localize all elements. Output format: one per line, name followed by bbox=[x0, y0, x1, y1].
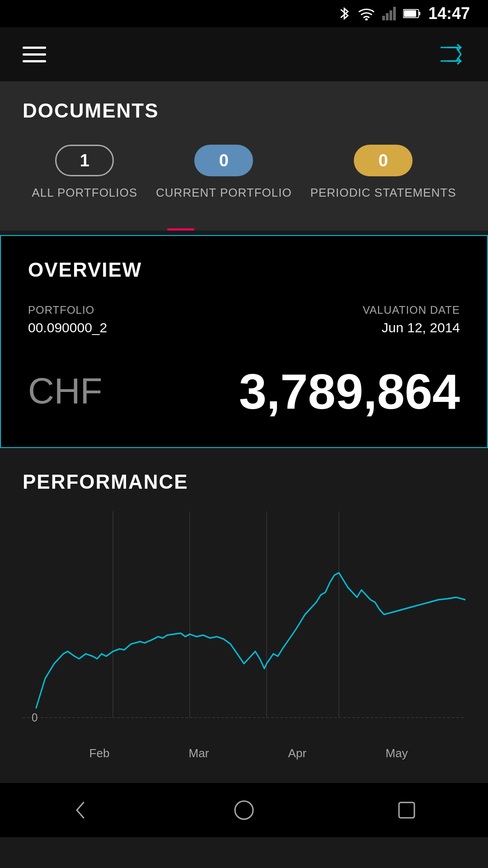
x-label-apr: Apr bbox=[288, 746, 306, 760]
performance-chart: 0 bbox=[23, 511, 465, 737]
active-indicator bbox=[0, 228, 488, 231]
battery-icon bbox=[403, 8, 421, 19]
valuation-date-value: Jun 12, 2014 bbox=[363, 320, 460, 335]
wifi-icon bbox=[358, 7, 375, 20]
overview-section: OVERVIEW PORTFOLIO 00.090000_2 VALUATION… bbox=[0, 235, 488, 448]
signal-icon bbox=[382, 7, 396, 20]
status-icons: 14:47 bbox=[338, 4, 470, 23]
valuation-date-label: VALUATION DATE bbox=[363, 304, 460, 316]
back-button[interactable] bbox=[63, 792, 99, 828]
svg-point-14 bbox=[235, 801, 253, 819]
performance-title: PERFORMANCE bbox=[23, 471, 465, 493]
svg-rect-3 bbox=[389, 10, 392, 20]
current-portfolio-label: CURRENT PORTFOLIO bbox=[156, 185, 292, 201]
overview-title: OVERVIEW bbox=[28, 259, 460, 281]
overview-meta: PORTFOLIO 00.090000_2 VALUATION DATE Jun… bbox=[28, 304, 460, 335]
recents-button[interactable] bbox=[389, 792, 425, 828]
portfolio-id: 00.090000_2 bbox=[28, 320, 107, 335]
chart-x-labels: Feb Mar Apr May bbox=[23, 737, 465, 760]
svg-rect-4 bbox=[393, 7, 396, 20]
hamburger-line-2 bbox=[23, 53, 46, 56]
svg-point-0 bbox=[365, 18, 368, 20]
x-label-feb: Feb bbox=[89, 746, 110, 760]
svg-rect-2 bbox=[386, 13, 389, 20]
current-portfolio-badge[interactable]: 0 bbox=[194, 145, 253, 176]
svg-rect-15 bbox=[399, 802, 414, 818]
periodic-statements-badge[interactable]: 0 bbox=[354, 145, 413, 176]
top-nav bbox=[0, 27, 488, 81]
all-portfolios-badge[interactable]: 1 bbox=[55, 145, 114, 176]
current-portfolio-item[interactable]: 0 CURRENT PORTFOLIO bbox=[156, 145, 292, 201]
hamburger-menu-button[interactable] bbox=[23, 47, 46, 62]
svg-text:0: 0 bbox=[32, 711, 38, 724]
valuation-info: VALUATION DATE Jun 12, 2014 bbox=[363, 304, 460, 335]
periodic-statements-item[interactable]: 0 PERIODIC STATEMENTS bbox=[310, 145, 456, 201]
status-bar: 14:47 bbox=[0, 0, 488, 27]
documents-title: DOCUMENTS bbox=[23, 99, 465, 122]
svg-rect-6 bbox=[418, 12, 420, 15]
x-label-mar: Mar bbox=[189, 746, 209, 760]
x-label-may: May bbox=[385, 746, 408, 760]
all-portfolios-label: ALL PORTFOLIOS bbox=[32, 185, 137, 201]
portfolio-value-row: CHF 3,789,864 bbox=[28, 363, 460, 420]
shuffle-button[interactable] bbox=[438, 43, 465, 66]
home-button[interactable] bbox=[226, 792, 262, 828]
hamburger-line-3 bbox=[23, 60, 46, 62]
documents-section: DOCUMENTS 1 ALL PORTFOLIOS 0 CURRENT POR… bbox=[0, 81, 488, 228]
portfolio-label: PORTFOLIO bbox=[28, 304, 107, 316]
bottom-nav bbox=[0, 783, 488, 837]
currency-label: CHF bbox=[28, 370, 102, 412]
svg-rect-1 bbox=[382, 16, 385, 20]
status-time: 14:47 bbox=[428, 4, 470, 23]
all-portfolios-item[interactable]: 1 ALL PORTFOLIOS bbox=[32, 145, 137, 201]
hamburger-line-1 bbox=[23, 47, 46, 49]
periodic-statements-label: PERIODIC STATEMENTS bbox=[310, 185, 456, 201]
portfolio-info: PORTFOLIO 00.090000_2 bbox=[28, 304, 107, 335]
bluetooth-icon bbox=[338, 5, 351, 22]
performance-section: PERFORMANCE 0 Feb Mar Apr May bbox=[0, 453, 488, 783]
svg-rect-7 bbox=[404, 10, 416, 17]
documents-buttons: 1 ALL PORTFOLIOS 0 CURRENT PORTFOLIO 0 P… bbox=[23, 145, 465, 201]
portfolio-amount: 3,789,864 bbox=[239, 363, 460, 420]
